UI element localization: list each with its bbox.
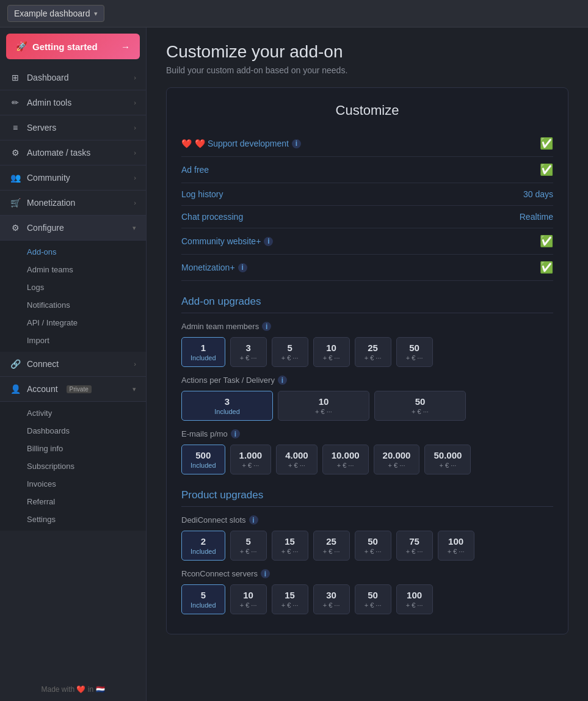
option-btn-dedi-2[interactable]: 2 Included xyxy=(181,531,225,561)
option-btn-emails-500[interactable]: 500 Included xyxy=(181,445,225,474)
configure-icon: ⚙ xyxy=(10,223,21,233)
dedi-connect-options: 2 Included 5 + € ··· 15 + € ··· 25 + € ·… xyxy=(181,531,553,561)
sidebar-sub-item-addons[interactable]: Add-ons xyxy=(0,243,146,261)
option-btn-emails-20000[interactable]: 20.000 + € ··· xyxy=(374,445,420,474)
monetization-icon: 🛒 xyxy=(10,198,21,208)
info-icon[interactable]: i xyxy=(262,322,271,331)
sidebar-sub-item-admin-teams[interactable]: Admin teams xyxy=(0,261,146,278)
sidebar-item-monetization[interactable]: 🛒 Monetization › xyxy=(0,191,146,216)
option-btn-admin-3[interactable]: 3 + € ··· xyxy=(230,337,267,367)
customize-heading: Customize xyxy=(181,103,553,118)
option-btn-rcon-50[interactable]: 50 + € ··· xyxy=(355,584,391,614)
sidebar-sub-item-settings[interactable]: Settings xyxy=(0,510,146,528)
option-btn-actions-10[interactable]: 10 + € ··· xyxy=(278,391,369,421)
sidebar-sub-item-import[interactable]: Import xyxy=(0,332,146,349)
feature-label-support: ❤️ ❤️ Support development i xyxy=(181,139,535,148)
sidebar-item-dashboard[interactable]: ⊞ Dashboard › xyxy=(0,65,146,90)
page-subtitle: Build your custom add-on based on your n… xyxy=(166,65,568,75)
sidebar-item-automate[interactable]: ⚙ Automate / tasks › xyxy=(0,140,146,165)
info-icon[interactable]: i xyxy=(261,569,270,578)
feature-row-community: Community website+ i ✅ xyxy=(181,228,553,255)
sidebar-item-connect[interactable]: 🔗 Connect › xyxy=(0,352,146,377)
option-btn-admin-1[interactable]: 1 Included xyxy=(181,337,225,367)
customize-card: Customize ❤️ ❤️ Support development i ✅ … xyxy=(166,87,568,634)
sidebar-sub-item-dashboards[interactable]: Dashboards xyxy=(0,422,146,440)
admin-team-options: 1 Included 3 + € ··· 5 + € ··· 10 + € ··… xyxy=(181,337,553,367)
option-btn-dedi-15[interactable]: 15 + € ··· xyxy=(272,531,308,561)
info-icon[interactable]: i xyxy=(238,263,247,272)
feature-row-support: ❤️ ❤️ Support development i ✅ xyxy=(181,131,553,157)
sidebar-item-servers[interactable]: ≡ Servers › xyxy=(0,115,146,140)
option-btn-rcon-15[interactable]: 15 + € ··· xyxy=(272,584,308,614)
option-btn-admin-50[interactable]: 50 + € ··· xyxy=(396,337,433,367)
option-btn-emails-1000[interactable]: 1.000 + € ··· xyxy=(230,445,272,474)
sidebar-sub-item-billing[interactable]: Billing info xyxy=(0,440,146,457)
check-icon: ✅ xyxy=(540,137,553,150)
option-btn-rcon-5[interactable]: 5 Included xyxy=(181,584,225,614)
option-btn-rcon-30[interactable]: 30 + € ··· xyxy=(313,584,350,614)
sidebar-sub-item-invoices[interactable]: Invoices xyxy=(0,475,146,493)
sidebar-sub-item-activity[interactable]: Activity xyxy=(0,404,146,422)
sidebar-item-community[interactable]: 👥 Community › xyxy=(0,165,146,191)
option-btn-dedi-25[interactable]: 25 + € ··· xyxy=(313,531,350,561)
option-btn-dedi-100[interactable]: 100 + € ··· xyxy=(438,531,474,561)
sidebar-item-label: Account xyxy=(27,384,58,394)
chevron-right-icon: › xyxy=(134,174,136,181)
sidebar-item-admin-tools[interactable]: ✏ Admin tools › xyxy=(0,90,146,115)
admin-team-label: Admin team members i xyxy=(181,322,553,331)
sidebar-item-label: Connect xyxy=(27,359,59,369)
info-icon[interactable]: i xyxy=(249,515,258,525)
info-icon[interactable]: i xyxy=(231,429,240,438)
option-btn-dedi-50[interactable]: 50 + € ··· xyxy=(355,531,391,561)
getting-started-label: Getting started xyxy=(32,42,98,52)
product-upgrades-title: Product upgrades xyxy=(181,489,553,507)
info-icon[interactable]: i xyxy=(278,376,287,385)
option-btn-dedi-75[interactable]: 75 + € ··· xyxy=(396,531,433,561)
main-content: Customize your add-on Build your custom … xyxy=(147,27,588,701)
sidebar-item-account[interactable]: 👤 Account Private ▾ xyxy=(0,377,146,402)
account-icon: 👤 xyxy=(10,384,21,394)
option-btn-emails-50000[interactable]: 50.000 + € ··· xyxy=(424,445,471,474)
page-title: Customize your add-on xyxy=(166,42,568,62)
sidebar-item-label: Monetization xyxy=(27,198,75,208)
topbar: Example dashboard ▾ xyxy=(0,0,588,27)
option-btn-admin-25[interactable]: 25 + € ··· xyxy=(355,337,391,367)
feature-row-chat: Chat processing Realtime xyxy=(181,206,553,228)
log-history-value: 30 days xyxy=(523,189,553,199)
option-btn-dedi-5[interactable]: 5 + € ··· xyxy=(230,531,267,561)
option-btn-emails-4000[interactable]: 4.000 + € ··· xyxy=(276,445,318,474)
sidebar-item-label: Admin tools xyxy=(27,98,71,107)
dashboard-icon: ⊞ xyxy=(10,73,21,82)
option-btn-emails-10000[interactable]: 10.000 + € ··· xyxy=(322,445,369,474)
option-btn-rcon-10[interactable]: 10 + € ··· xyxy=(230,584,267,614)
sidebar-sub-item-referral[interactable]: Referral xyxy=(0,493,146,510)
actions-label: Actions per Task / Delivery i xyxy=(181,376,553,385)
option-btn-rcon-100[interactable]: 100 + € ··· xyxy=(396,584,433,614)
option-btn-admin-10[interactable]: 10 + € ··· xyxy=(313,337,350,367)
automate-icon: ⚙ xyxy=(10,148,21,158)
sidebar-sub-item-subscriptions[interactable]: Subscriptions xyxy=(0,457,146,475)
actions-options: 3 Included 10 + € ··· 50 + € ··· xyxy=(181,391,553,421)
getting-started-button[interactable]: 🚀 Getting started → xyxy=(6,34,140,59)
feature-label-adfree: Ad free xyxy=(181,165,535,175)
sidebar-sub-item-logs[interactable]: Logs xyxy=(0,278,146,296)
sidebar-item-configure[interactable]: ⚙ Configure ▾ xyxy=(0,216,146,241)
rocket-icon: 🚀 xyxy=(16,41,27,52)
feature-row-monetization: Monetization+ i ✅ xyxy=(181,255,553,281)
option-btn-admin-5[interactable]: 5 + € ··· xyxy=(272,337,308,367)
option-btn-actions-50[interactable]: 50 + € ··· xyxy=(374,391,466,421)
sidebar-sub-item-notifications[interactable]: Notifications xyxy=(0,296,146,314)
chevron-right-icon: › xyxy=(134,99,136,106)
feature-row-adfree: Ad free ✅ xyxy=(181,157,553,183)
chevron-right-icon: › xyxy=(134,74,136,81)
info-icon[interactable]: i xyxy=(264,237,273,246)
sidebar-sub-item-api[interactable]: API / Integrate xyxy=(0,314,146,332)
info-icon[interactable]: i xyxy=(292,139,301,148)
chevron-right-icon: › xyxy=(134,199,136,206)
option-btn-actions-3[interactable]: 3 Included xyxy=(181,391,273,421)
dedi-connect-label: DediConnect slots i xyxy=(181,515,553,525)
sidebar-item-label: Automate / tasks xyxy=(27,148,90,158)
dashboard-selector[interactable]: Example dashboard ▾ xyxy=(7,5,104,22)
servers-icon: ≡ xyxy=(10,123,21,133)
chevron-right-icon: › xyxy=(134,149,136,156)
